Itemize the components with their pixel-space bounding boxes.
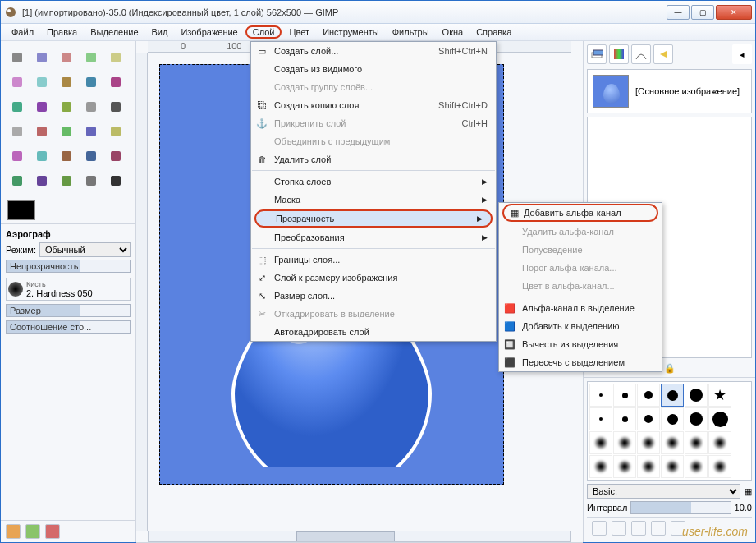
tool-26[interactable]	[30, 169, 53, 192]
menu-item[interactable]: Стопка слоев▶	[251, 173, 496, 191]
scrollbar-horizontal[interactable]	[148, 531, 571, 542]
tool-27[interactable]	[55, 169, 78, 192]
menu-item[interactable]: ⬛Пересечь с выделением	[499, 353, 662, 371]
menu-item[interactable]: Маска▶	[251, 191, 496, 209]
menu-item[interactable]: 🟥Альфа-канал в выделение	[499, 299, 662, 317]
tool-22[interactable]	[55, 145, 78, 168]
tool-0[interactable]	[6, 46, 29, 69]
paths-tab-icon[interactable]	[631, 44, 651, 64]
brush-del-icon[interactable]	[651, 521, 666, 536]
menu-item[interactable]: ⿻Создать копию слояShift+Ctrl+D	[251, 96, 496, 114]
tool-23[interactable]	[80, 145, 103, 168]
brush-swatch[interactable]	[613, 431, 636, 454]
brush-grid-icons[interactable]: ▦	[744, 486, 752, 497]
brush-swatch[interactable]	[685, 455, 708, 478]
brush-swatch[interactable]	[661, 407, 684, 430]
close-button[interactable]: ✕	[716, 5, 752, 20]
tool-28[interactable]	[80, 169, 103, 192]
brush-swatch[interactable]	[637, 384, 660, 407]
tool-15[interactable]	[6, 120, 29, 143]
brush-swatch[interactable]	[589, 407, 612, 430]
minimize-button[interactable]: —	[667, 5, 690, 20]
menu-item[interactable]: Создать из видимого	[251, 60, 496, 78]
tool-5[interactable]	[6, 71, 29, 94]
layers-tab-icon[interactable]	[587, 44, 607, 64]
tool-8[interactable]	[80, 71, 103, 94]
brush-swatch[interactable]	[589, 455, 612, 478]
menu-item[interactable]: Прозрачность▶	[254, 209, 493, 228]
menu-фильтры[interactable]: Фильтры	[387, 25, 435, 39]
toolbox-revert-icon[interactable]	[25, 524, 40, 539]
brush-swatch[interactable]	[685, 407, 708, 430]
color-swatch[interactable]	[1, 197, 135, 223]
menu-item[interactable]: ⤡Размер слоя...	[251, 287, 496, 305]
menu-окна[interactable]: Окна	[437, 25, 470, 39]
menu-item[interactable]: 🗑Удалить слой	[251, 150, 496, 168]
menu-item[interactable]: ⬚Границы слоя...	[251, 251, 496, 269]
brush-swatch[interactable]	[685, 384, 708, 407]
size-slider[interactable]: Размер	[6, 304, 131, 317]
tool-4[interactable]	[104, 46, 127, 69]
brush-swatch[interactable]	[589, 431, 612, 454]
channels-tab-icon[interactable]	[609, 44, 629, 64]
tool-21[interactable]	[30, 145, 53, 168]
tool-7[interactable]	[55, 71, 78, 94]
aspect-slider[interactable]: Соотношение сто...	[6, 320, 131, 334]
tool-14[interactable]	[104, 95, 127, 118]
menu-item[interactable]: 🟦Добавить к выделению	[499, 317, 662, 335]
tool-24[interactable]	[104, 145, 127, 168]
brush-swatch[interactable]	[661, 455, 684, 478]
menu-item[interactable]: ⤢Слой к размеру изображения	[251, 269, 496, 287]
interval-slider[interactable]	[630, 501, 731, 514]
toolbox-save-icon[interactable]	[6, 524, 21, 539]
menu-item[interactable]: ▦Добавить альфа-канал	[502, 204, 658, 222]
tool-19[interactable]	[104, 120, 127, 143]
menu-item[interactable]: Преобразования▶	[251, 228, 496, 246]
tool-17[interactable]	[55, 120, 78, 143]
brush-swatch[interactable]	[637, 407, 660, 430]
menu-icon[interactable]: ◂	[732, 44, 752, 64]
menu-цвет[interactable]: Цвет	[283, 25, 315, 39]
brush-swatch[interactable]	[613, 407, 636, 430]
tool-6[interactable]	[30, 71, 53, 94]
brush-edit-icon[interactable]	[592, 521, 607, 536]
brush-swatch[interactable]	[661, 384, 684, 407]
tool-12[interactable]	[55, 95, 78, 118]
tool-29[interactable]	[104, 169, 127, 192]
menu-правка[interactable]: Правка	[41, 25, 83, 39]
menu-изображение[interactable]: Изображение	[175, 25, 243, 39]
menu-справка[interactable]: Справка	[470, 25, 517, 39]
brush-swatch[interactable]	[613, 455, 636, 478]
tool-25[interactable]	[6, 169, 29, 192]
brush-swatch[interactable]: ★	[708, 384, 731, 407]
menu-слой[interactable]: Слой	[245, 25, 282, 39]
brush-swatch[interactable]	[661, 431, 684, 454]
maximize-button[interactable]: ▢	[691, 5, 714, 20]
tool-10[interactable]	[6, 95, 29, 118]
tool-9[interactable]	[104, 71, 127, 94]
tool-16[interactable]	[30, 120, 53, 143]
menu-item[interactable]: ▭Создать слой...Shift+Ctrl+N	[251, 42, 496, 60]
brush-swatch[interactable]	[637, 431, 660, 454]
brush-preset-select[interactable]: Basic.	[587, 484, 740, 499]
tool-2[interactable]	[55, 46, 78, 69]
tool-3[interactable]	[80, 46, 103, 69]
brush-swatch[interactable]	[613, 384, 636, 407]
menu-вид[interactable]: Вид	[146, 25, 174, 39]
brush-new-icon[interactable]	[612, 521, 626, 536]
brush-dup-icon[interactable]	[631, 521, 646, 536]
layer-preview[interactable]: [Основное изображение]	[587, 69, 752, 113]
tool-13[interactable]	[80, 95, 103, 118]
brush-swatch[interactable]	[708, 407, 731, 430]
menu-инструменты[interactable]: Инструменты	[317, 25, 385, 39]
undo-tab-icon[interactable]	[653, 44, 673, 64]
toolbox-delete-icon[interactable]	[45, 524, 60, 539]
brush-swatch[interactable]	[685, 431, 708, 454]
mode-select[interactable]: Обычный	[39, 242, 131, 257]
tool-18[interactable]	[80, 120, 103, 143]
tool-11[interactable]	[30, 95, 53, 118]
menu-выделение[interactable]: Выделение	[85, 25, 144, 39]
tool-1[interactable]	[30, 46, 53, 69]
brush-swatch[interactable]	[637, 455, 660, 478]
tool-20[interactable]	[6, 145, 29, 168]
